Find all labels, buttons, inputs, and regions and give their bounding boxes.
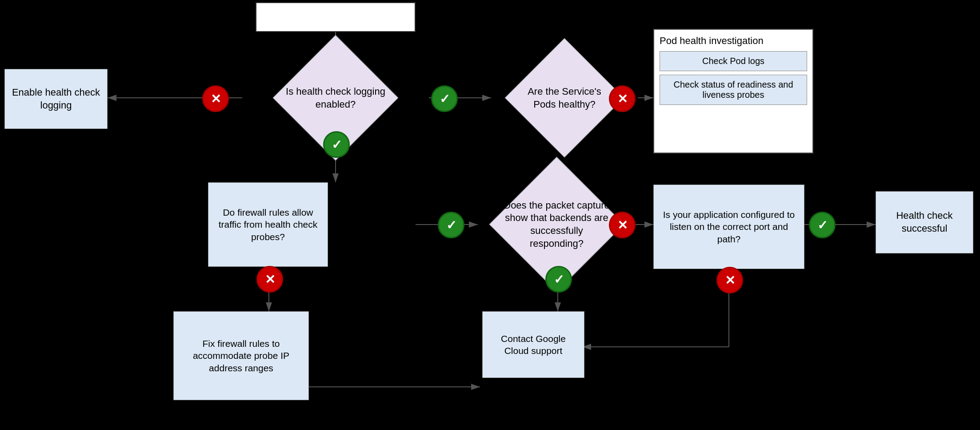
circle-x-d2-right: ✕ <box>609 85 636 112</box>
diamond-health-logging: Is health check logging enabled? <box>242 66 429 130</box>
diamond-packet-capture-text: Does the packet capture show that backen… <box>499 195 615 254</box>
circle-check-d1-down: ✓ <box>323 131 350 158</box>
box-contact-support: Contact Google Cloud support <box>482 311 584 378</box>
circle-check-d3-down: ✓ <box>545 266 572 293</box>
circle-x-d3-right: ✕ <box>609 212 636 238</box>
box-enable-logging: Enable health check logging <box>4 69 108 129</box>
circle-x-firewall-down: ✕ <box>256 266 283 293</box>
box-firewall-rules: Do firewall rules allow traffic from hea… <box>208 182 328 267</box>
panel-item-2: Check status of readiness and liveness p… <box>660 75 807 105</box>
panel-title: Pod health investigation <box>660 35 807 47</box>
panel-pod-investigation: Pod health investigation Check Pod logs … <box>653 29 813 153</box>
entry-box <box>256 2 416 32</box>
circle-x-d1-left: ✕ <box>202 85 229 112</box>
diamond-pods-healthy-text: Are the Service's Pods healthy? <box>511 81 618 115</box>
box-app-configured: Is your application configured to listen… <box>653 185 804 269</box>
circle-check-firewall-right: ✓ <box>438 212 464 238</box>
panel-item-1: Check Pod logs <box>660 51 807 71</box>
diagram: Is health check logging enabled? Are the… <box>0 0 980 430</box>
circle-check-app-right: ✓ <box>809 212 836 238</box>
circle-check-d1-right: ✓ <box>431 85 458 112</box>
circle-x-app-down: ✕ <box>716 267 743 293</box>
box-fix-firewall: Fix firewall rules to accommodate probe … <box>173 311 309 400</box>
diamond-health-logging-text: Is health check logging enabled? <box>269 81 402 115</box>
box-health-successful: Health check successful <box>876 191 973 253</box>
